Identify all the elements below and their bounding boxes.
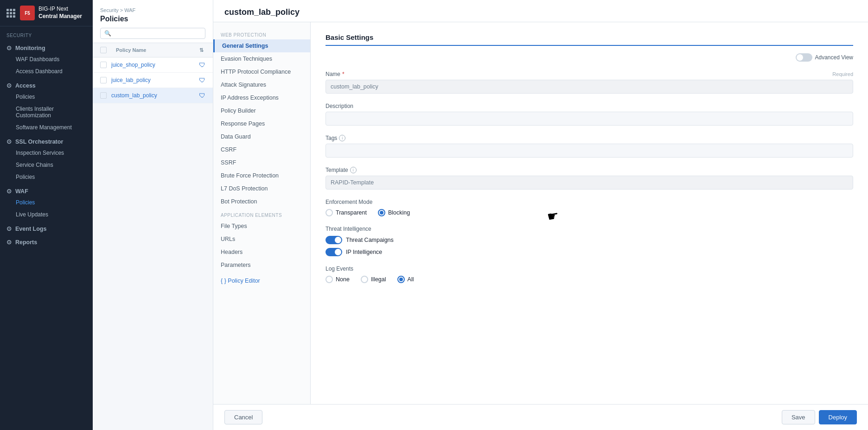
threat-campaigns-knob	[335, 237, 341, 243]
policy-row-juice-lab[interactable]: juice_lab_policy 🛡	[93, 73, 213, 88]
threat-intel-label: Threat Intelligence	[326, 226, 853, 232]
nav-item-http-protocol[interactable]: HTTP Protocol Compliance	[213, 65, 310, 78]
nav-item-file-types[interactable]: File Types	[213, 220, 310, 233]
form-group-enforcement: Enforcement Mode Transparent Blocking	[326, 199, 853, 216]
nav-item-l7-dos[interactable]: L7 DoS Protection	[213, 182, 310, 195]
policy-name-juice-shop: juice_shop_policy	[111, 62, 199, 68]
radio-label-transparent: Transparent	[336, 209, 367, 216]
editor-title: custom_lab_policy	[224, 7, 857, 17]
apps-grid-icon[interactable]	[6, 9, 15, 18]
sidebar-item-software-mgmt[interactable]: Software Management	[0, 121, 93, 133]
policy-row-juice-shop[interactable]: juice_shop_policy 🛡	[93, 57, 213, 73]
nav-item-attack-signatures[interactable]: Attack Signatures	[213, 78, 310, 91]
policy-checkbox-juice-shop[interactable]	[100, 62, 107, 68]
radio-transparent[interactable]: Transparent	[326, 209, 367, 216]
policy-table-header: Policy Name ⇅	[93, 43, 213, 57]
sidebar-item-access-dashboard[interactable]: Access Dashboard	[0, 65, 93, 77]
threat-campaigns-label: Threat Campaigns	[346, 237, 394, 243]
sidebar-header: F5 BIG-IP NextCentral Manager	[0, 0, 93, 26]
nav-item-evasion[interactable]: Evasion Techniques	[213, 52, 310, 65]
ip-intelligence-toggle[interactable]	[326, 248, 342, 256]
advanced-view-label: Advanced View	[815, 54, 854, 61]
sidebar-item-ssl-policies[interactable]: Policies	[0, 171, 93, 183]
policy-row-custom-lab[interactable]: custom_lab_policy 🛡	[93, 88, 213, 103]
nav-item-csrf[interactable]: CSRF	[213, 143, 310, 156]
sidebar-item-waf-dashboards[interactable]: WAF Dashboards	[0, 53, 93, 65]
required-text: Required	[832, 71, 853, 77]
radio-circle-all[interactable]	[397, 276, 405, 283]
editor-header: custom_lab_policy	[213, 0, 868, 22]
name-input[interactable]	[326, 80, 853, 94]
nav-item-data-guard[interactable]: Data Guard	[213, 130, 310, 143]
tags-input[interactable]	[326, 144, 853, 158]
deploy-button[interactable]: Deploy	[819, 410, 857, 424]
search-input[interactable]	[113, 30, 201, 37]
nav-item-general-settings[interactable]: General Settings	[213, 39, 310, 52]
threat-campaigns-row: Threat Campaigns	[326, 236, 853, 244]
radio-circle-illegal[interactable]	[361, 276, 368, 283]
editor-nav: WEB PROTECTION General Settings Evasion …	[213, 22, 311, 404]
form-section-title: Basic Settings	[326, 33, 853, 46]
policy-checkbox-juice-lab[interactable]	[100, 77, 107, 83]
sidebar-section-security: Security	[0, 26, 93, 40]
policy-shield-icon-juice-shop: 🛡	[199, 61, 205, 69]
sidebar-group-access[interactable]: ⊙ Access	[0, 77, 93, 91]
tags-label: Tags i	[326, 135, 853, 141]
radio-circle-none[interactable]	[326, 276, 333, 283]
sort-icon[interactable]: ⇅	[199, 47, 204, 53]
radio-dot-all	[399, 278, 403, 281]
radio-illegal[interactable]: Illegal	[361, 276, 386, 283]
nav-item-parameters[interactable]: Parameters	[213, 259, 310, 272]
description-input[interactable]	[326, 112, 853, 126]
required-star: *	[342, 71, 345, 77]
advanced-view-toggle[interactable]	[796, 53, 812, 62]
radio-circle-blocking[interactable]	[378, 209, 385, 216]
nav-item-policy-builder[interactable]: Policy Builder	[213, 104, 310, 117]
radio-all[interactable]: All	[397, 276, 414, 283]
toggle-knob	[797, 54, 803, 61]
tags-info-icon[interactable]: i	[339, 135, 345, 141]
sidebar-item-clients-installer[interactable]: Clients Installer Customization	[0, 103, 93, 121]
nav-item-policy-editor-link[interactable]: { } Policy Editor	[213, 272, 310, 290]
main-area: Security > WAF Policies 🔍 Policy Name ⇅ …	[93, 0, 868, 430]
save-button[interactable]: Save	[782, 410, 815, 424]
policy-name-juice-lab: juice_lab_policy	[111, 77, 199, 83]
nav-item-bot-protection[interactable]: Bot Protection	[213, 195, 310, 208]
radio-label-all: All	[408, 276, 414, 283]
template-info-icon[interactable]: i	[350, 167, 357, 173]
sidebar-item-access-policies[interactable]: Policies	[0, 91, 93, 103]
sidebar-item-live-updates[interactable]: Live Updates	[0, 209, 93, 221]
cancel-button[interactable]: Cancel	[224, 410, 262, 424]
sidebar-item-service-chains[interactable]: Service Chains	[0, 159, 93, 171]
policy-checkbox-custom-lab[interactable]	[100, 92, 107, 99]
nav-section-app-elements: APPLICATION ELEMENTS	[213, 208, 310, 220]
radio-blocking[interactable]: Blocking	[378, 209, 410, 216]
search-box[interactable]: 🔍	[100, 28, 205, 39]
nav-item-ssrf[interactable]: SSRF	[213, 156, 310, 169]
radio-none[interactable]: None	[326, 276, 350, 283]
nav-item-ip-exceptions[interactable]: IP Address Exceptions	[213, 91, 310, 104]
radio-dot-blocking	[380, 211, 383, 215]
sidebar-item-waf-policies[interactable]: Policies	[0, 196, 93, 209]
form-group-threat-intel: Threat Intelligence Threat Campaigns IP …	[326, 226, 853, 256]
editor-body: WEB PROTECTION General Settings Evasion …	[213, 22, 868, 404]
sidebar-group-reports[interactable]: ⊙ Reports	[0, 234, 93, 247]
nav-item-urls[interactable]: URLs	[213, 233, 310, 246]
sidebar-group-ssl[interactable]: ⊙ SSL Orchestrator	[0, 133, 93, 147]
radio-circle-transparent[interactable]	[326, 209, 333, 216]
form-group-template: Template i	[326, 167, 853, 190]
threat-campaigns-toggle[interactable]	[326, 236, 342, 244]
template-input[interactable]	[326, 176, 853, 190]
nav-item-headers[interactable]: Headers	[213, 246, 310, 259]
sidebar-group-waf[interactable]: ⊙ WAF	[0, 183, 93, 196]
nav-item-response-pages[interactable]: Response Pages	[213, 117, 310, 130]
reports-icon: ⊙	[6, 239, 12, 246]
form-group-description: Description	[326, 103, 853, 126]
sidebar-group-event-logs[interactable]: ⊙ Event Logs	[0, 221, 93, 234]
radio-label-none: None	[336, 276, 350, 283]
enforcement-label: Enforcement Mode	[326, 199, 853, 205]
sidebar-group-monitoring[interactable]: ⊙ Monitoring	[0, 40, 93, 53]
form-group-name: Name * Required	[326, 71, 853, 94]
sidebar-item-inspection-services[interactable]: Inspection Services	[0, 147, 93, 159]
nav-item-brute-force[interactable]: Brute Force Protection	[213, 169, 310, 182]
